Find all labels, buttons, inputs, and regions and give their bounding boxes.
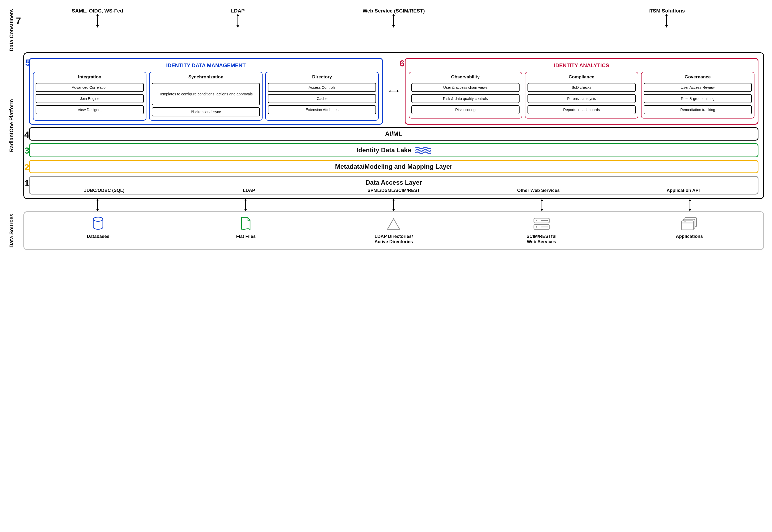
item-advanced-correlation: Advanced Correlation	[36, 83, 144, 92]
svg-point-17	[682, 221, 683, 222]
item-access-controls: Access Controls	[268, 83, 376, 92]
layer-aiml: AI/ML	[29, 127, 758, 141]
pillar-title: Compliance	[528, 74, 636, 80]
arrow-icon	[235, 14, 241, 28]
svg-point-19	[685, 221, 686, 222]
svg-rect-15	[682, 221, 693, 230]
arrow-icon	[95, 199, 100, 211]
identity-analytics: 6 IDENTITY ANALYTICS Observability User …	[405, 58, 759, 125]
item-templates: Templates to configure conditions, actio…	[152, 83, 260, 105]
layer-lake: Identity Data Lake	[29, 143, 758, 157]
item-risk-scoring: Risk scoring	[411, 105, 520, 114]
section-label-sources: Data Sources	[9, 213, 15, 249]
arrow-icon	[95, 14, 100, 28]
source-scim: SCIM/RESTful Web Services	[468, 234, 615, 244]
item-extension-attrs: Extension Attributes	[268, 105, 376, 114]
arrow-icon	[391, 199, 396, 211]
arrow-icon	[391, 14, 396, 28]
arrow-icon	[664, 14, 669, 28]
pillar-sync: Synchronization Templates to configure c…	[149, 72, 263, 121]
svg-point-10	[536, 226, 537, 227]
layer-metadata: Metadata/Modeling and Mapping Layer	[29, 160, 758, 173]
dal-jdbc: JDBC/ODBC (SQL)	[32, 188, 177, 193]
pillar-title: Integration	[36, 74, 144, 80]
svg-point-9	[536, 220, 537, 221]
section-label-consumers: Data Consumers	[9, 8, 15, 52]
layer-number-7: 7	[16, 15, 21, 26]
item-forensic: Forensic analysis	[528, 94, 636, 103]
database-icon	[24, 216, 172, 232]
section-label-platform: RadiantOne Platform	[9, 98, 15, 153]
consumer-ldap: LDAP	[171, 8, 304, 14]
dal-ldap: LDAP	[177, 188, 322, 193]
consumer-web: Web Service (SCIM/REST)	[304, 8, 483, 14]
arrow-icon	[389, 88, 399, 94]
layer-number-3: 3	[22, 145, 32, 156]
waves-icon	[415, 146, 431, 154]
layer-number-1: 1	[22, 178, 32, 188]
svg-point-18	[684, 221, 685, 222]
layer-dal: Data Access Layer JDBC/ODBC (SQL) LDAP S…	[29, 176, 758, 195]
flat-file-icon	[172, 216, 320, 232]
item-chain-views: User & access chain views	[411, 83, 520, 92]
item-view-designer: View Designer	[36, 105, 144, 114]
source-flat: Flat Files	[172, 234, 320, 244]
pillar-title: Synchronization	[152, 74, 260, 80]
pillar-directory: Directory Access Controls Cache Extensio…	[265, 72, 379, 121]
layer-number-4: 4	[22, 129, 32, 140]
server-icon	[468, 216, 615, 232]
layer-number-6: 6	[400, 58, 405, 69]
pillar-compliance: Compliance SoD checks Forensic analysis …	[525, 72, 638, 119]
source-db: Databases	[24, 234, 172, 244]
arrow-icon	[539, 199, 545, 211]
applications-icon	[615, 216, 763, 232]
pillar-title: Governance	[644, 74, 752, 80]
dal-api: Application API	[611, 188, 756, 193]
pillar-governance: Governance User Access Review Role & gro…	[641, 72, 754, 119]
item-remediation: Remediation tracking	[644, 105, 752, 114]
dal-other: Other Web Services	[466, 188, 611, 193]
item-cache: Cache	[268, 94, 376, 103]
idm-title: IDENTITY DATA MANAGEMENT	[33, 62, 379, 69]
pillar-title: Observability	[411, 74, 520, 80]
pillar-observability: Observability User & access chain views …	[409, 72, 522, 119]
arrow-icon	[687, 199, 693, 211]
analytics-title: IDENTITY ANALYTICS	[409, 62, 755, 69]
pillar-integration: Integration Advanced Correlation Join En…	[33, 72, 146, 121]
item-risk-controls: Risk & data quality controls	[411, 94, 520, 103]
layer-number-2: 2	[22, 162, 32, 172]
item-uar: User Access Review	[644, 83, 752, 92]
source-ldap: LDAP Directories/ Active Directories	[320, 234, 467, 244]
arrow-icon	[243, 199, 248, 211]
source-apps: Applications	[615, 234, 763, 244]
pillar-title: Directory	[268, 74, 376, 80]
dal-spml: SPML/DSML/SCIM/REST	[321, 188, 466, 193]
item-sod-checks: SoD checks	[528, 83, 636, 92]
item-mining: Role & group mining	[644, 94, 752, 103]
svg-point-6	[93, 217, 103, 221]
item-bidirectional: Bi-directional sync	[152, 107, 260, 116]
consumer-saml: SAML, OIDC, WS-Fed	[23, 8, 171, 14]
platform-container: 5 IDENTITY DATA MANAGEMENT Integration A…	[23, 52, 764, 199]
item-reports: Reports + dashboards	[528, 105, 636, 114]
item-join-engine: Join Engine	[36, 94, 144, 103]
data-sources-container: Databases Flat Files LDAP Directories/ A…	[23, 211, 764, 250]
consumer-itsm: ITSM Solutions	[569, 8, 764, 14]
triangle-icon	[320, 216, 467, 232]
identity-data-management: IDENTITY DATA MANAGEMENT Integration Adv…	[29, 58, 383, 125]
